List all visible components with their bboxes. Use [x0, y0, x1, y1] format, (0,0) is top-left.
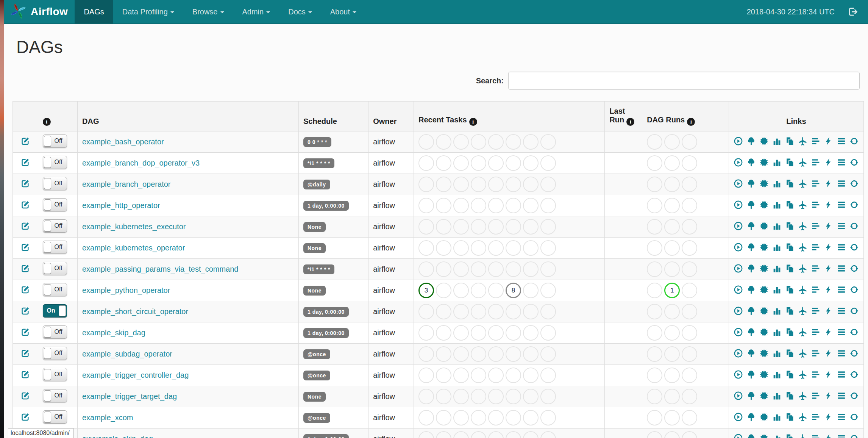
logout-icon[interactable] [848, 6, 858, 17]
gantt-align-left-icon[interactable] [811, 179, 820, 188]
refresh-icon[interactable] [849, 158, 859, 167]
tree-view-icon[interactable] [746, 200, 756, 210]
task-tries-duplicate-icon[interactable] [785, 327, 795, 337]
edit-dag-icon[interactable] [20, 157, 30, 167]
gantt-align-left-icon[interactable] [811, 242, 820, 252]
task-tries-duplicate-icon[interactable] [785, 221, 795, 231]
landing-times-plane-icon[interactable] [798, 158, 807, 167]
logs-list-icon[interactable] [837, 242, 846, 252]
edit-dag-icon[interactable] [20, 136, 30, 146]
task-tries-duplicate-icon[interactable] [785, 285, 795, 294]
landing-times-plane-icon[interactable] [798, 349, 807, 358]
nav-item-docs[interactable]: Docs [279, 0, 321, 23]
dag-name-link[interactable]: example_passing_params_via_test_command [82, 265, 238, 273]
dag-name-link[interactable]: example_trigger_controller_dag [82, 371, 189, 379]
gantt-align-left-icon[interactable] [811, 370, 820, 379]
refresh-icon[interactable] [849, 285, 859, 294]
refresh-icon[interactable] [849, 370, 859, 379]
refresh-icon[interactable] [849, 221, 859, 231]
dag-name-link[interactable]: example_branch_dop_operator_v3 [82, 159, 200, 167]
graph-view-sunburst-icon[interactable] [759, 221, 769, 231]
code-view-lightning-icon[interactable] [824, 179, 833, 188]
airflow-brand[interactable]: Airflow [4, 0, 75, 23]
edit-dag-icon[interactable] [20, 348, 30, 358]
dag-name-link[interactable]: example_http_operator [82, 201, 160, 210]
task-duration-bar-chart-icon[interactable] [772, 391, 782, 400]
task-duration-bar-chart-icon[interactable] [772, 412, 782, 422]
gantt-align-left-icon[interactable] [811, 349, 820, 358]
trigger-dag-play-circle-icon[interactable] [734, 433, 743, 438]
dag-pause-toggle[interactable]: On [43, 304, 67, 318]
dag-pause-toggle[interactable]: Off [43, 241, 67, 254]
code-view-lightning-icon[interactable] [824, 327, 833, 337]
task-tries-duplicate-icon[interactable] [785, 264, 795, 273]
tree-view-icon[interactable] [746, 306, 756, 316]
edit-dag-icon[interactable] [20, 221, 30, 231]
code-view-lightning-icon[interactable] [824, 370, 833, 379]
graph-view-sunburst-icon[interactable] [759, 433, 769, 438]
logs-list-icon[interactable] [837, 433, 846, 438]
logs-list-icon[interactable] [837, 370, 846, 379]
edit-dag-icon[interactable] [20, 285, 30, 294]
refresh-icon[interactable] [849, 327, 859, 337]
task-tries-duplicate-icon[interactable] [785, 200, 795, 210]
task-duration-bar-chart-icon[interactable] [772, 433, 782, 438]
trigger-dag-play-circle-icon[interactable] [734, 179, 743, 188]
code-view-lightning-icon[interactable] [824, 349, 833, 358]
refresh-icon[interactable] [849, 306, 859, 316]
trigger-dag-play-circle-icon[interactable] [734, 412, 743, 422]
info-icon[interactable]: i [626, 118, 634, 126]
task-tries-duplicate-icon[interactable] [785, 179, 795, 188]
nav-item-about[interactable]: About [321, 0, 365, 23]
trigger-dag-play-circle-icon[interactable] [734, 242, 743, 252]
task-tries-duplicate-icon[interactable] [785, 370, 795, 379]
search-input[interactable] [508, 72, 860, 90]
dag-name-link[interactable]: example_trigger_target_dag [82, 392, 177, 400]
logs-list-icon[interactable] [837, 412, 846, 422]
tree-view-icon[interactable] [746, 179, 756, 188]
refresh-icon[interactable] [849, 136, 859, 146]
graph-view-sunburst-icon[interactable] [759, 306, 769, 316]
tree-view-icon[interactable] [746, 349, 756, 358]
landing-times-plane-icon[interactable] [798, 179, 807, 188]
edit-dag-icon[interactable] [20, 178, 30, 188]
nav-item-browse[interactable]: Browse [183, 0, 233, 23]
task-duration-bar-chart-icon[interactable] [772, 200, 782, 210]
header-schedule[interactable]: Schedule [298, 102, 368, 131]
trigger-dag-play-circle-icon[interactable] [734, 327, 743, 337]
tree-view-icon[interactable] [746, 412, 756, 422]
gantt-align-left-icon[interactable] [811, 158, 820, 167]
code-view-lightning-icon[interactable] [824, 200, 833, 210]
task-duration-bar-chart-icon[interactable] [772, 158, 782, 167]
code-view-lightning-icon[interactable] [824, 264, 833, 273]
refresh-icon[interactable] [849, 412, 859, 422]
refresh-icon[interactable] [849, 349, 859, 358]
dag-pause-toggle[interactable]: Off [43, 283, 67, 296]
graph-view-sunburst-icon[interactable] [759, 136, 769, 146]
dag-name-link[interactable]: example_xcom [82, 413, 133, 422]
code-view-lightning-icon[interactable] [824, 285, 833, 294]
gantt-align-left-icon[interactable] [811, 433, 820, 438]
logs-list-icon[interactable] [837, 327, 846, 337]
gantt-align-left-icon[interactable] [811, 200, 820, 210]
task-tries-duplicate-icon[interactable] [785, 306, 795, 316]
logs-list-icon[interactable] [837, 179, 846, 188]
task-duration-bar-chart-icon[interactable] [772, 349, 782, 358]
task-duration-bar-chart-icon[interactable] [772, 264, 782, 273]
gantt-align-left-icon[interactable] [811, 306, 820, 316]
dag-pause-toggle[interactable]: Off [43, 219, 67, 233]
dag-pause-toggle[interactable]: Off [43, 198, 67, 211]
dag-pause-toggle[interactable]: Off [43, 156, 67, 169]
graph-view-sunburst-icon[interactable] [759, 285, 769, 294]
edit-dag-icon[interactable] [20, 369, 30, 379]
task-tries-duplicate-icon[interactable] [785, 433, 795, 438]
refresh-icon[interactable] [849, 179, 859, 188]
dag-name-link[interactable]: example_skip_dag [82, 328, 145, 337]
header-dag[interactable]: DAG [78, 102, 299, 131]
dag-name-link[interactable]: example_kubernetes_operator [82, 244, 185, 252]
dag-pause-toggle[interactable]: Off [43, 389, 67, 402]
logs-list-icon[interactable] [837, 136, 846, 146]
graph-view-sunburst-icon[interactable] [759, 179, 769, 188]
trigger-dag-play-circle-icon[interactable] [734, 158, 743, 167]
task-duration-bar-chart-icon[interactable] [772, 221, 782, 231]
